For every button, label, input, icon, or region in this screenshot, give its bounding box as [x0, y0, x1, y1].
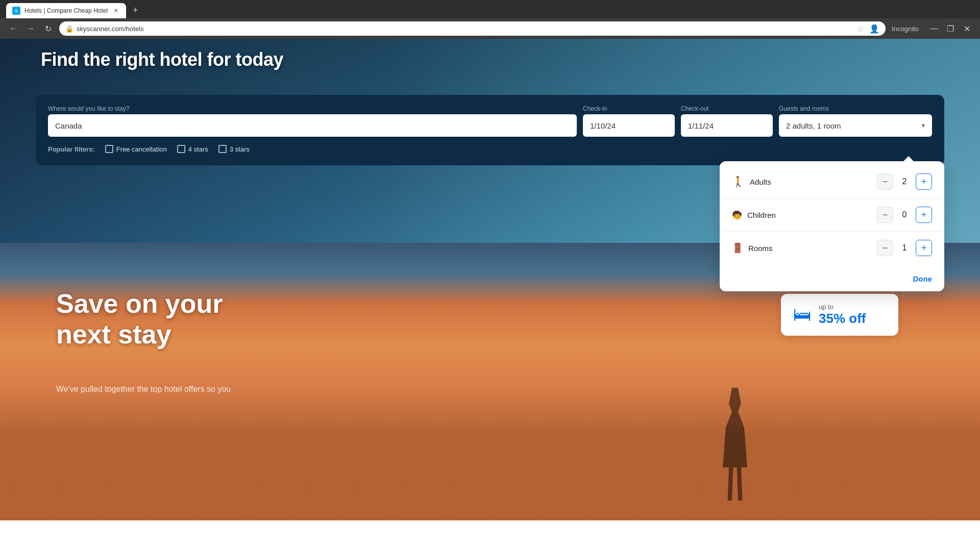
- adults-label: Adults: [750, 178, 771, 186]
- address-bar-icons: ☆ 👤: [857, 24, 879, 34]
- adult-icon: 🚶: [732, 176, 745, 188]
- promo-subtext: We've pulled together the top hotel offe…: [56, 385, 231, 394]
- destination-field-group: Where would you like to stay?: [48, 105, 577, 137]
- filters-row: Popular filters: Free cancellation 4 sta…: [48, 145, 932, 153]
- promo-headline-line1: Save on your: [56, 289, 223, 319]
- badge-percent-off: 35% off: [819, 311, 866, 327]
- children-value: 0: [900, 210, 909, 219]
- rooms-label: Rooms: [748, 244, 773, 253]
- room-icon: 🚪: [732, 242, 743, 254]
- close-button[interactable]: ✕: [960, 21, 974, 36]
- promo-headline-line2: next stay: [56, 319, 223, 350]
- rooms-decrement-button[interactable]: −: [877, 240, 893, 256]
- done-button[interactable]: Done: [913, 274, 933, 283]
- badge-text: up to 35% off: [819, 303, 866, 327]
- back-button[interactable]: ←: [6, 21, 20, 36]
- maximize-button[interactable]: ❐: [943, 21, 958, 36]
- lock-icon: 🔒: [65, 25, 74, 33]
- children-label-group: 🧒 Children: [732, 210, 776, 220]
- destination-label: Where would you like to stay?: [48, 105, 577, 112]
- guests-popup: 🚶 Adults − 2 + 🧒 Children − 0 +: [720, 161, 944, 291]
- popup-inner: 🚶 Adults − 2 + 🧒 Children − 0 +: [720, 161, 944, 268]
- tab-close-button[interactable]: ✕: [112, 7, 120, 15]
- adults-row: 🚶 Adults − 2 +: [720, 165, 944, 198]
- rooms-counter: − 1 +: [877, 240, 932, 256]
- bookmark-icon[interactable]: ☆: [857, 24, 864, 34]
- adults-increment-button[interactable]: +: [916, 173, 932, 190]
- rooms-increment-button[interactable]: +: [916, 240, 932, 256]
- minimize-button[interactable]: —: [927, 21, 941, 36]
- guests-field-group: Guests and rooms 2 adults, 1 room ▾: [779, 105, 932, 137]
- browser-nav: ← → ↻: [6, 21, 55, 36]
- new-tab-button[interactable]: +: [128, 3, 142, 17]
- profile-icon[interactable]: 👤: [869, 24, 879, 34]
- 4-stars-label: 4 stars: [188, 145, 208, 153]
- child-icon: 🧒: [732, 210, 742, 220]
- adults-decrement-button[interactable]: −: [877, 173, 893, 190]
- 3-stars-label: 3 stars: [230, 145, 250, 153]
- 3-stars-checkbox[interactable]: [218, 145, 227, 153]
- address-bar-row: ← → ↻ 🔒 skyscanner.com/hotels ☆ 👤 Incogn…: [0, 18, 980, 39]
- guests-dropdown-button[interactable]: 2 adults, 1 room ▾: [779, 114, 932, 137]
- guests-label: Guests and rooms: [779, 105, 932, 112]
- children-decrement-button[interactable]: −: [877, 207, 893, 223]
- rooms-value: 1: [900, 243, 909, 253]
- rooms-row: 🚪 Rooms − 1 +: [720, 232, 944, 264]
- chevron-down-icon: ▾: [922, 122, 925, 129]
- search-widget: Where would you like to stay? Check-in C…: [36, 95, 944, 165]
- page-content: Find the right hotel for today Where wou…: [0, 39, 980, 520]
- adults-label-group: 🚶 Adults: [732, 176, 771, 188]
- hero-text: Find the right hotel for today: [41, 49, 283, 70]
- destination-input[interactable]: [48, 114, 577, 137]
- incognito-label: Incognito: [892, 25, 919, 33]
- checkout-field-group: Check-out: [681, 105, 773, 137]
- children-counter: − 0 +: [877, 207, 932, 223]
- url-text: skyscanner.com/hotels: [77, 25, 144, 33]
- children-increment-button[interactable]: +: [916, 207, 932, 223]
- tab-bar: S Hotels | Compare Cheap Hotel ✕ +: [0, 0, 980, 18]
- tab-favicon: S: [12, 7, 20, 15]
- filter-4-stars[interactable]: 4 stars: [177, 145, 208, 153]
- badge-up-to: up to: [819, 303, 866, 311]
- checkout-input[interactable]: [681, 114, 773, 137]
- active-tab[interactable]: S Hotels | Compare Cheap Hotel ✕: [6, 3, 126, 18]
- address-bar[interactable]: 🔒 skyscanner.com/hotels ☆ 👤: [59, 21, 886, 36]
- reload-button[interactable]: ↻: [41, 21, 55, 36]
- promo-headline: Save on your next stay: [56, 289, 223, 350]
- children-label: Children: [747, 211, 776, 219]
- filters-label: Popular filters:: [48, 145, 95, 153]
- search-row: Where would you like to stay? Check-in C…: [48, 105, 932, 137]
- checkin-label: Check-in: [583, 105, 675, 112]
- adults-counter: − 2 +: [877, 173, 932, 190]
- popup-footer: Done: [720, 268, 944, 291]
- filter-3-stars[interactable]: 3 stars: [218, 145, 250, 153]
- adults-value: 2: [900, 177, 909, 186]
- checkin-field-group: Check-in: [583, 105, 675, 137]
- checkin-input[interactable]: [583, 114, 675, 137]
- children-row: 🧒 Children − 0 +: [720, 198, 944, 232]
- guests-value: 2 adults, 1 room: [786, 121, 841, 130]
- filter-free-cancellation[interactable]: Free cancellation: [105, 145, 167, 153]
- checkout-label: Check-out: [681, 105, 773, 112]
- free-cancellation-checkbox[interactable]: [105, 145, 113, 153]
- tab-title: Hotels | Compare Cheap Hotel: [24, 7, 108, 14]
- bed-icon: 🛏: [793, 304, 812, 325]
- discount-badge: 🛏 up to 35% off: [781, 294, 898, 336]
- 4-stars-checkbox[interactable]: [177, 145, 185, 153]
- window-controls: — ❐ ✕: [927, 21, 974, 36]
- forward-button[interactable]: →: [23, 21, 38, 36]
- free-cancellation-label: Free cancellation: [116, 145, 167, 153]
- rooms-label-group: 🚪 Rooms: [732, 242, 773, 254]
